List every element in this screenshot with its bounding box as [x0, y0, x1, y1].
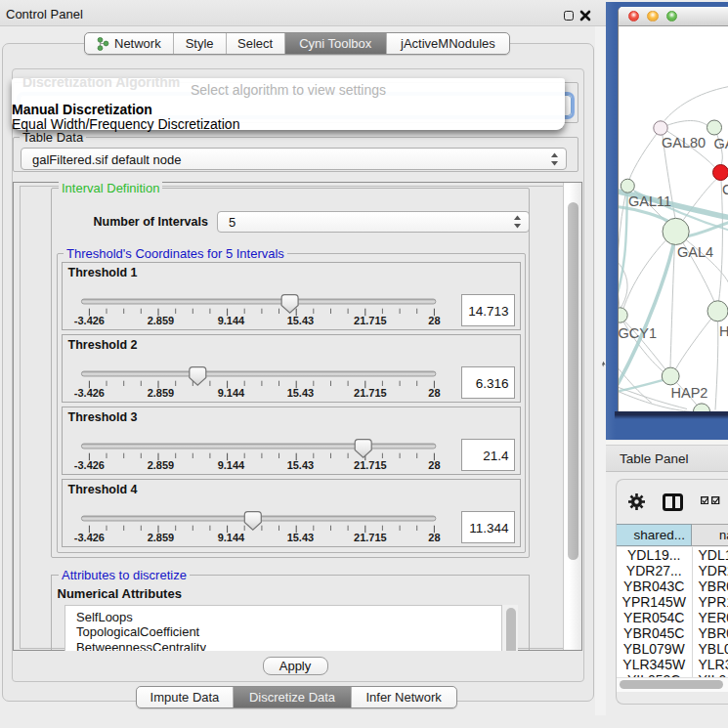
svg-text:-3.426: -3.426: [73, 387, 104, 399]
svg-text:GA: GA: [713, 136, 728, 151]
svg-text:2.859: 2.859: [147, 315, 174, 326]
svg-text:-3.426: -3.426: [73, 532, 104, 543]
svg-text:28: 28: [428, 315, 440, 326]
svg-text:GCY1: GCY1: [619, 324, 657, 340]
svg-text:C: C: [722, 182, 728, 197]
svg-text:GAL4: GAL4: [677, 244, 713, 260]
svg-text:21.715: 21.715: [354, 459, 387, 471]
svg-text:2.859: 2.859: [147, 532, 174, 543]
svg-text:9.144: 9.144: [217, 532, 244, 543]
svg-text:21.715: 21.715: [354, 315, 387, 326]
svg-text:2.859: 2.859: [147, 387, 174, 399]
svg-text:HAP2: HAP2: [671, 385, 708, 401]
svg-text:15.43: 15.43: [286, 459, 314, 471]
svg-text:28: 28: [428, 459, 440, 471]
svg-text:9.144: 9.144: [217, 387, 244, 399]
svg-text:21.715: 21.715: [354, 387, 387, 399]
svg-text:H: H: [719, 322, 728, 338]
svg-text:15.43: 15.43: [286, 387, 314, 399]
svg-text:15.43: 15.43: [286, 315, 314, 326]
svg-text:GAL11: GAL11: [628, 193, 671, 209]
svg-text:9.144: 9.144: [217, 315, 244, 326]
svg-text:-3.426: -3.426: [73, 459, 104, 471]
svg-text:-3.426: -3.426: [73, 315, 104, 326]
svg-text:28: 28: [428, 387, 440, 399]
svg-text:21.715: 21.715: [354, 532, 387, 543]
svg-text:28: 28: [428, 532, 440, 543]
svg-text:15.43: 15.43: [286, 532, 314, 543]
svg-text:9.144: 9.144: [217, 459, 244, 471]
svg-text:GAL80: GAL80: [662, 134, 706, 150]
svg-text:2.859: 2.859: [147, 459, 174, 471]
